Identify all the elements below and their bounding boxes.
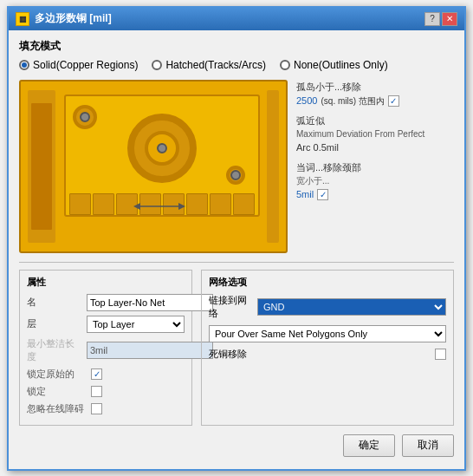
network-section: 网络选项 链接到网络 GND Pour Over Same Net Polygo… xyxy=(201,270,454,426)
middle-section: 孤岛小于...移除 2500 (sq. mils) 范围内 弧近似 Maximu… xyxy=(19,80,454,253)
remove-checkbox[interactable] xyxy=(317,189,328,200)
svg-marker-2 xyxy=(178,203,185,210)
confirm-button[interactable]: 确定 xyxy=(343,434,395,457)
arc-info: 弧近似 Maximum Deviation From Perfect Arc 0… xyxy=(296,114,454,155)
pcb-pin xyxy=(69,193,91,215)
close-button[interactable]: ✕ xyxy=(442,12,457,26)
lock-checkbox[interactable] xyxy=(91,386,102,397)
fill-mode-title: 填充模式 xyxy=(19,39,454,54)
link-label: 链接到网络 xyxy=(209,294,252,320)
remove-desc: 宽小于... xyxy=(296,174,454,187)
dead-copper-row: 死铜移除 xyxy=(209,348,446,361)
pcb-main xyxy=(64,95,260,217)
network-select[interactable]: GND xyxy=(257,298,446,316)
island-label: 孤岛小于...移除 xyxy=(296,80,454,95)
title-bar: ▦ 多边形数铜 [mil] ? ✕ xyxy=(9,8,464,30)
lock-label: 锁定 xyxy=(27,385,87,398)
remove-info: 当词...移除颈部 宽小于... 5mil xyxy=(296,160,454,202)
remove-value: 5mil xyxy=(296,187,314,202)
pcb-pin xyxy=(210,193,231,215)
lock-original-label: 锁定原始的 xyxy=(27,368,87,381)
bottom-sections: 属性 名 层 Top Layer 最小整洁长度 锁定原始的 xyxy=(19,270,454,426)
pcb-pin xyxy=(93,193,114,215)
dead-copper-checkbox[interactable] xyxy=(435,349,446,360)
main-dialog: ▦ 多边形数铜 [mil] ? ✕ 填充模式 Solid(Copper Regi… xyxy=(7,6,466,471)
island-info: 孤岛小于...移除 2500 (sq. mils) 范围内 xyxy=(296,80,454,108)
min-length-input[interactable] xyxy=(87,342,213,359)
radio-hatched-circle[interactable] xyxy=(152,60,162,70)
pcb-circle-center xyxy=(157,143,167,153)
pcb-pin xyxy=(186,193,208,215)
properties-title: 属性 xyxy=(27,276,185,289)
pcb-small-circle-tl xyxy=(73,105,97,129)
buttons-row: 确定 取消 xyxy=(19,434,454,460)
pcb-preview xyxy=(19,80,288,253)
pcb-circle-outer xyxy=(127,114,197,183)
network-title: 网络选项 xyxy=(209,276,446,289)
arc-label: 弧近似 xyxy=(296,114,454,128)
title-bar-left: ▦ 多边形数铜 [mil] xyxy=(16,11,112,26)
radio-hatched-label: Hatched(Tracks/Arcs) xyxy=(165,59,266,71)
layer-row: 层 Top Layer xyxy=(27,316,185,333)
island-value: 2500 xyxy=(296,94,317,108)
lock-original-checkbox[interactable] xyxy=(91,368,102,380)
link-network-row: 链接到网络 GND xyxy=(209,294,446,320)
pcb-pin xyxy=(233,193,255,215)
name-row: 名 xyxy=(27,294,185,311)
radio-none-label: None(Outlines Only) xyxy=(294,59,388,71)
pcb-circle-inner xyxy=(145,131,179,166)
name-input[interactable] xyxy=(87,294,213,311)
arc-value: Arc 0.5mil xyxy=(296,140,454,155)
radio-solid[interactable]: Solid(Copper Regions) xyxy=(19,59,138,71)
fill-mode-row: Solid(Copper Regions) Hatched(Tracks/Arc… xyxy=(19,59,454,71)
properties-section: 属性 名 层 Top Layer 最小整洁长度 锁定原始的 xyxy=(19,270,192,426)
arc-desc: Maximum Deviation From Perfect xyxy=(296,127,454,140)
island-checkbox[interactable] xyxy=(388,95,399,107)
ignore-drc-label: 忽略在线障碍 xyxy=(27,402,87,415)
pcb-right-bar xyxy=(267,90,279,243)
min-length-row: 最小整洁长度 xyxy=(27,337,185,363)
radio-hatched[interactable]: Hatched(Tracks/Arcs) xyxy=(152,59,266,71)
window-icon: ▦ xyxy=(16,12,29,26)
pour-over-select[interactable]: Pour Over Same Net Polygons Only xyxy=(209,325,446,342)
layer-select[interactable]: Top Layer xyxy=(87,316,185,333)
island-unit: (sq. mils) 范围内 xyxy=(321,95,384,108)
right-info-panel: 孤岛小于...移除 2500 (sq. mils) 范围内 弧近似 Maximu… xyxy=(296,80,454,253)
name-label: 名 xyxy=(27,296,83,309)
dialog-content: 填充模式 Solid(Copper Regions) Hatched(Track… xyxy=(9,30,464,469)
dead-copper-label: 死铜移除 xyxy=(209,348,247,361)
pcb-left-bar xyxy=(28,90,55,243)
title-buttons: ? ✕ xyxy=(424,12,457,26)
ignore-drc-row: 忽略在线障碍 xyxy=(27,402,185,415)
separator xyxy=(19,262,454,263)
pcb-small-circle-br xyxy=(226,166,245,185)
ignore-drc-checkbox[interactable] xyxy=(91,403,102,414)
radio-none-circle[interactable] xyxy=(280,60,290,70)
lock-row: 锁定 xyxy=(27,385,185,398)
remove-label: 当词...移除颈部 xyxy=(296,160,454,175)
svg-marker-1 xyxy=(133,203,140,210)
layer-label: 层 xyxy=(27,317,83,330)
cancel-button[interactable]: 取消 xyxy=(402,434,454,457)
radio-solid-label: Solid(Copper Regions) xyxy=(33,59,138,71)
pcb-arrow-indicator xyxy=(133,200,185,215)
radio-solid-circle[interactable] xyxy=(19,60,29,70)
lock-original-row: 锁定原始的 xyxy=(27,368,185,381)
window-title: 多边形数铜 [mil] xyxy=(35,11,112,26)
min-length-label: 最小整洁长度 xyxy=(27,337,83,363)
radio-none[interactable]: None(Outlines Only) xyxy=(280,59,388,71)
help-button[interactable]: ? xyxy=(424,12,440,26)
